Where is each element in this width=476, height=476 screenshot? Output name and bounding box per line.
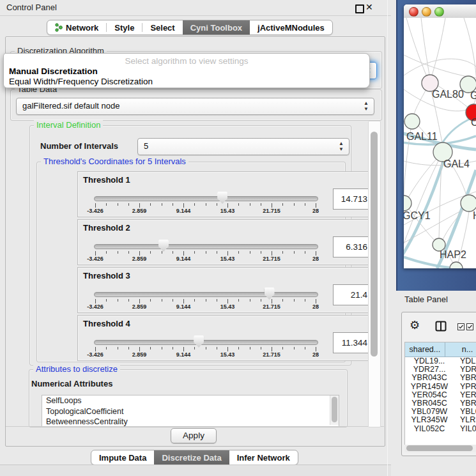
table-row[interactable]: YLR345WYLR345W [405, 416, 476, 424]
slider-tick [316, 299, 316, 303]
split-view-icon[interactable] [435, 321, 447, 332]
tab-label: Infer Network [237, 453, 290, 463]
column-header-shared-name[interactable]: shared... [405, 342, 445, 357]
close-traffic-light-icon[interactable] [409, 7, 418, 17]
cell-name[interactable]: YLR345W [454, 416, 476, 424]
number-of-intervals-combobox[interactable]: 5 ▲▼ [137, 138, 349, 155]
network-window-titlebar[interactable] [404, 4, 476, 19]
slider-tick-label: 28 [312, 303, 319, 310]
threshold-value-field[interactable]: 21.4 [333, 284, 371, 305]
slider-thumb[interactable] [158, 240, 169, 252]
scrollbar-thumb[interactable] [332, 397, 337, 422]
slider-tick [316, 347, 316, 351]
cell-name[interactable]: YPR145W [454, 383, 476, 391]
checkbox-checked-icon[interactable] [466, 323, 473, 330]
network-node-GAL11[interactable] [404, 114, 420, 129]
slider-tick [316, 251, 316, 256]
slider-tick [250, 347, 250, 349]
close-icon[interactable]: ✕ [365, 2, 373, 12]
slider-thumb[interactable] [265, 288, 275, 300]
slider-tick [95, 251, 96, 256]
slider-tick-label: 9.144 [176, 208, 191, 214]
cell-shared-name[interactable]: YIL052C [405, 425, 454, 433]
minimize-traffic-light-icon[interactable] [422, 7, 431, 17]
slider-tick-label: 28 [312, 256, 319, 262]
slider-tick [294, 299, 295, 302]
network-edge[interactable] [404, 59, 476, 75]
network-edge[interactable] [432, 18, 445, 75]
threshold-value-field[interactable]: 14.713 [333, 188, 371, 210]
algorithm-option-manual[interactable]: Manual Discretization [9, 66, 98, 76]
table-data-combobox[interactable]: galFiltered.sif default node ▲▼ [16, 98, 374, 115]
slider-tick [106, 347, 107, 349]
network-node-GCY1[interactable] [404, 196, 411, 211]
tab-network[interactable]: Network [47, 20, 106, 35]
cell-shared-name[interactable]: YBR043C [405, 374, 454, 382]
network-edge[interactable] [421, 18, 429, 75]
tab-cyni-toolbox[interactable]: Cyni Toolbox [183, 20, 250, 35]
attribute-item[interactable]: BetweennessCentrality [42, 417, 339, 427]
attribute-item[interactable]: SelfLoops [42, 395, 339, 406]
algorithm-option-equal-width[interactable]: Equal Width/Frequency Discretization [9, 77, 153, 86]
checkbox-checked-icon[interactable] [457, 323, 464, 330]
slider-tick-label: 28 [312, 351, 319, 358]
slider-tick [250, 299, 250, 302]
attribute-item[interactable]: TopologicalCoefficient [42, 406, 339, 417]
tab-infer-network[interactable]: Infer Network [229, 450, 298, 464]
threshold-value-field[interactable]: 11.344 [333, 332, 371, 353]
slider-track[interactable] [94, 196, 318, 201]
slider-thumb[interactable] [194, 335, 204, 348]
table-row[interactable]: YBR043CYBR043C [405, 374, 476, 382]
cell-name[interactable]: YER054C [454, 391, 476, 399]
cell-name[interactable]: YIL052C [454, 425, 476, 433]
slider-tick [272, 203, 272, 208]
cell-shared-name[interactable]: YLR345W [405, 416, 454, 424]
attributes-scrollbar[interactable] [330, 395, 339, 425]
table-row[interactable]: YPR145WYPR145W [405, 383, 476, 391]
slider-tick [227, 203, 228, 208]
column-header-name[interactable]: n... [445, 342, 476, 357]
slider-thumb[interactable] [217, 192, 227, 204]
cell-shared-name[interactable]: YPR145W [405, 383, 454, 391]
gear-icon[interactable]: ⚙ [410, 318, 420, 332]
tab-impute-data[interactable]: Impute Data [91, 450, 154, 464]
scrollbar-thumb[interactable] [371, 132, 378, 357]
table-row[interactable]: YIL052CYIL052C [405, 425, 476, 433]
slider-track[interactable] [94, 292, 318, 297]
numerical-attributes-list[interactable]: SelfLoopsTopologicalCoefficientBetweenne… [42, 395, 339, 427]
network-canvas[interactable]: GAL80GACGAL11GAL4GCY1HHAP2 [404, 18, 476, 268]
settings-scrollbar[interactable] [368, 121, 381, 427]
float-window-icon[interactable] [355, 4, 364, 13]
threshold-row: Threshold 1-3.4262.8599.14415.4321.71528… [77, 171, 377, 217]
attributes-group: Attributes to discretize Numerical Attri… [29, 369, 348, 427]
network-node-label: GCY1 [404, 210, 431, 221]
tab-discretize-data[interactable]: Discretize Data [154, 450, 229, 464]
slider-tick-label: 15.43 [220, 351, 235, 358]
network-edge[interactable] [404, 55, 476, 78]
thresholds-group: Threshold's Coordinates for 5 Intervals … [36, 162, 346, 362]
slider-tick [272, 347, 272, 351]
cell-shared-name[interactable]: YER054C [405, 391, 454, 399]
slider-tick [173, 299, 173, 302]
threshold-label: Threshold 2 [83, 223, 130, 233]
zoom-traffic-light-icon[interactable] [434, 7, 444, 17]
cell-name[interactable]: YBR043C [454, 374, 476, 382]
threshold-value-field[interactable]: 6.316 [333, 236, 371, 257]
apply-button[interactable]: Apply [171, 428, 217, 443]
bottom-tab-bar: Impute DataDiscretize DataInfer Network [91, 450, 298, 465]
tab-jactivemnodules[interactable]: jActiveMNodules [250, 20, 332, 35]
network-node-node-H[interactable] [461, 195, 476, 211]
scrollbar-thumb[interactable] [406, 445, 473, 451]
slider-tick [118, 251, 118, 254]
slider-track[interactable] [94, 340, 318, 345]
tab-select[interactable]: Select [142, 20, 182, 35]
tab-label: Style [114, 23, 134, 33]
tab-style[interactable]: Style [107, 20, 142, 35]
slider-track[interactable] [94, 244, 318, 249]
table-horizontal-scrollbar[interactable] [404, 445, 476, 452]
split-pane-divider[interactable] [387, 0, 388, 476]
table-row[interactable]: YER054CYER054C [405, 391, 476, 399]
network-node-node-bottom[interactable] [450, 262, 463, 268]
slider-tick [250, 251, 250, 254]
slider-tick [139, 251, 140, 256]
